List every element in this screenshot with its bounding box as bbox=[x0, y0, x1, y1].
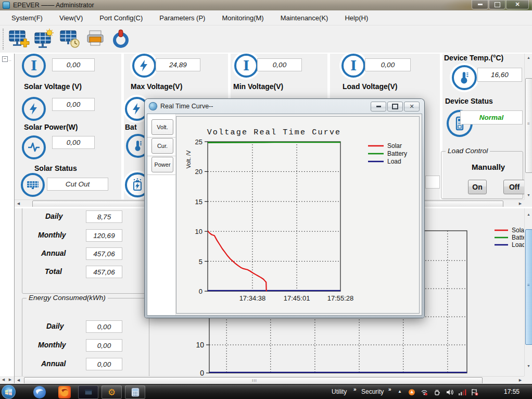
scroll-right-icon[interactable]: ▶ bbox=[516, 200, 524, 207]
power-plug-tray-icon[interactable] bbox=[433, 389, 440, 396]
top-vertical-scrollbar[interactable]: ▲ ≡ ▼ bbox=[524, 54, 532, 200]
dialog-title: Real Time Curve-- bbox=[160, 103, 213, 110]
min-voltage-label: Min Voltage(V) bbox=[233, 82, 283, 91]
thunderbird-taskbar-icon[interactable] bbox=[33, 386, 46, 398]
load-voltage-label: Load Voltage(V) bbox=[343, 82, 398, 91]
load-control-mode: Manually bbox=[472, 163, 505, 171]
scroll-up-icon[interactable]: ▲ bbox=[525, 54, 532, 61]
minimize-button[interactable] bbox=[472, 0, 488, 9]
load-control-label: Load Control bbox=[446, 147, 490, 155]
min-voltage-field: 0,00 bbox=[257, 58, 302, 71]
load-off-button[interactable]: Off bbox=[503, 180, 525, 194]
energy-consumed-daily-field: 0,00 bbox=[86, 320, 122, 333]
print-button[interactable] bbox=[83, 27, 107, 51]
svg-text:Solar: Solar bbox=[512, 227, 524, 234]
utility-chevron-icon[interactable]: » bbox=[353, 386, 357, 392]
panel-clock-icon bbox=[59, 29, 81, 49]
close-button[interactable]: ✕ bbox=[506, 0, 529, 9]
tray-utility-label[interactable]: Utility bbox=[332, 388, 347, 395]
window-title: EPEVER —— Administrator bbox=[13, 2, 94, 9]
tab-power[interactable]: Power bbox=[151, 157, 173, 172]
scrollbar-thumb[interactable]: ≡ bbox=[525, 229, 532, 345]
scroll-down-icon[interactable]: ▼ bbox=[525, 192, 532, 199]
menu-monitoring[interactable]: Monitoring(M) bbox=[217, 12, 269, 24]
svg-text:17:55:28: 17:55:28 bbox=[327, 294, 354, 302]
show-hidden-icons-button[interactable]: ▲ bbox=[398, 389, 402, 394]
scroll-left-icon[interactable]: ◀ bbox=[0, 376, 7, 383]
real-time-curve-dialog: Real Time Curve-- ✕ Volt. Cur. Power 051… bbox=[145, 99, 424, 318]
max-voltage-icon bbox=[132, 54, 156, 78]
dialog-controls: ✕ bbox=[370, 102, 420, 111]
add-station-button[interactable] bbox=[7, 27, 31, 51]
panel-sun-icon bbox=[33, 29, 55, 49]
security-chevron-icon[interactable]: » bbox=[388, 386, 391, 392]
battery-label-partial: Bat bbox=[125, 123, 137, 131]
scroll-right-icon[interactable]: ▶ bbox=[516, 377, 524, 383]
task-button-1[interactable] bbox=[78, 385, 98, 399]
svg-text:20: 20 bbox=[195, 168, 202, 176]
menu-help[interactable]: Help(H) bbox=[339, 12, 373, 24]
action-center-flag-icon[interactable] bbox=[471, 389, 479, 396]
realtime-voltage-chart: 051015202517:34:3817:45:0117:55:28Voltag… bbox=[176, 117, 419, 313]
device-status-label: Device Status bbox=[445, 97, 493, 105]
network-signal-tray-icon[interactable] bbox=[458, 389, 466, 396]
bottom-horizontal-scrollbar[interactable]: ◀ ΙΙΙ ▶ bbox=[15, 376, 524, 383]
antivirus-tray-icon[interactable] bbox=[408, 389, 415, 396]
bottom-vertical-scrollbar[interactable]: ▲ ≡ ▼ bbox=[524, 208, 532, 376]
toolbar-grip bbox=[3, 29, 5, 49]
menu-system[interactable]: System(F) bbox=[6, 12, 48, 24]
tree-hscrollbar[interactable]: ◀ ▶ bbox=[0, 376, 14, 383]
menu-port-config[interactable]: Port Config(C) bbox=[94, 12, 148, 24]
solar-panel-icon bbox=[21, 173, 45, 197]
maximize-button[interactable] bbox=[489, 0, 505, 9]
device-tree-strip: − ‥ ◀ ▶ bbox=[0, 54, 15, 383]
task-button-utility[interactable]: ⚙ bbox=[102, 385, 122, 399]
tray-security-label[interactable]: Security bbox=[361, 388, 384, 395]
menu-view[interactable]: View(V) bbox=[54, 12, 88, 24]
firefox-taskbar-icon[interactable] bbox=[58, 386, 71, 398]
dialog-titlebar[interactable]: Real Time Curve-- ✕ bbox=[145, 99, 424, 114]
window-controls: ✕ bbox=[471, 0, 529, 9]
energy-consumed-annual-field: 0,00 bbox=[86, 358, 122, 370]
svg-text:Voltage Real Time Curve: Voltage Real Time Curve bbox=[207, 128, 341, 137]
svg-text:Battery: Battery bbox=[512, 234, 524, 241]
load-on-button[interactable]: On bbox=[468, 180, 487, 194]
dialog-maximize-button[interactable] bbox=[387, 102, 403, 111]
scrollbar-thumb[interactable]: ≡ bbox=[525, 78, 532, 173]
scroll-up-icon[interactable]: ▲ bbox=[525, 211, 532, 218]
scroll-right-icon[interactable]: ▶ bbox=[7, 376, 14, 383]
scroll-left-icon[interactable]: ◀ bbox=[15, 200, 22, 207]
wireless-tray-icon[interactable] bbox=[421, 389, 428, 396]
taskbar-clock[interactable]: 17:55 bbox=[504, 388, 520, 395]
history-button[interactable] bbox=[58, 27, 82, 51]
tab-current[interactable]: Cur. bbox=[151, 138, 173, 154]
energy-consumed-label: Energy Consumed(kWh) bbox=[27, 294, 108, 302]
tree-node[interactable]: − ‥ bbox=[2, 56, 12, 62]
solar-power-icon bbox=[22, 97, 46, 121]
scroll-left-icon[interactable]: ◀ bbox=[15, 377, 22, 383]
maximize-icon bbox=[392, 104, 398, 109]
device-status-field: Normal bbox=[460, 110, 523, 124]
curve-tab-strip: Volt. Cur. Power bbox=[147, 114, 176, 315]
tab-volt[interactable]: Volt. bbox=[151, 119, 173, 135]
print-icon bbox=[85, 29, 106, 49]
dialog-close-button[interactable]: ✕ bbox=[404, 102, 420, 111]
energy-generated-total-field: 457,06 bbox=[86, 266, 122, 278]
tree-collapse-icon[interactable]: − bbox=[2, 56, 8, 62]
tree-dots: ‥ bbox=[8, 57, 12, 62]
daily-label: Daily bbox=[46, 322, 64, 330]
start-button[interactable] bbox=[2, 385, 16, 399]
gear-icon: ⚙ bbox=[108, 388, 116, 397]
task-button-calculator[interactable] bbox=[125, 385, 145, 399]
dialog-minimize-button[interactable] bbox=[371, 102, 386, 111]
power-exit-button[interactable] bbox=[109, 27, 133, 51]
menu-maintenance[interactable]: Maintenance(K) bbox=[275, 12, 334, 24]
speaker-tray-icon[interactable] bbox=[446, 389, 454, 396]
svg-text:Volt. /V: Volt. /V bbox=[185, 150, 192, 169]
menu-parameters[interactable]: Parameters (P) bbox=[154, 12, 210, 24]
svg-text:Battery: Battery bbox=[387, 150, 407, 157]
scroll-down-icon[interactable]: ▼ bbox=[525, 363, 532, 370]
toolbar bbox=[0, 26, 532, 53]
station-monitor-button[interactable] bbox=[32, 27, 56, 51]
scrollbar-thumb[interactable]: ΙΙΙ bbox=[24, 377, 483, 383]
